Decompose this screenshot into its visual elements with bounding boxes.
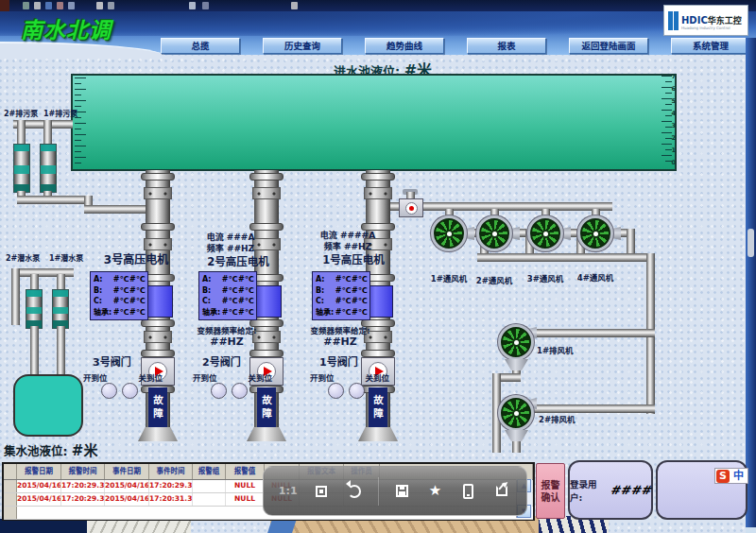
open-label: 开到位	[83, 371, 108, 383]
window-scrollbar-thumb[interactable]	[747, 229, 754, 257]
nav-button-report[interactable]: 报表	[467, 38, 546, 54]
supply-fan-2	[476, 215, 512, 251]
ime-indicator[interactable]: S 中	[714, 468, 748, 484]
pump-label: 2#排污泵	[4, 108, 38, 118]
exhaust-fan-2	[498, 395, 534, 431]
scada-screen: 南水北调 总揽 历史查询 趋势曲线 报表 返回登陆画面 系统管理 HDIC华东工…	[0, 0, 756, 533]
close-lamp-1	[349, 383, 365, 399]
temp-panel-2: A:#℃#℃ B:#℃#℃ C:#℃#℃ 轴承:#℃#℃	[198, 271, 257, 320]
valve-status-labels-3: 开到位关到位	[83, 371, 163, 383]
login-value: ####	[610, 483, 651, 497]
logo-subtext: Huadong Industry Control	[681, 26, 742, 30]
taskbar-icon[interactable]	[108, 2, 114, 9]
taskbar-icon[interactable]	[202, 2, 209, 9]
pipe	[84, 205, 147, 214]
logo-abbr: HDIC	[681, 15, 708, 26]
pipe	[390, 202, 612, 211]
scale-number: 4	[666, 110, 676, 117]
ime-s-icon[interactable]: S	[716, 470, 730, 483]
ime-lang-icon[interactable]: 中	[730, 470, 747, 483]
fault-indicator-1: 故障	[369, 387, 387, 427]
alarm-ack-button[interactable]: 报警确认	[536, 463, 565, 519]
supply-fan-4	[577, 215, 613, 251]
taskbar-icon[interactable]	[96, 2, 103, 9]
fan-label: 2#通风机	[470, 274, 519, 285]
vfd-label-2: 变频器频率给定:	[189, 324, 265, 335]
row-selector-header	[4, 464, 17, 479]
logo-cn: 华东工控	[708, 16, 742, 26]
flange	[141, 319, 175, 327]
pump-name-3: 3号高压电机	[85, 250, 187, 266]
window-corner	[0, 0, 9, 11]
priming-pump-2	[13, 144, 30, 193]
row-selector[interactable]	[4, 480, 17, 492]
flange	[141, 223, 175, 231]
nav-button-trend[interactable]: 趋势曲线	[365, 38, 444, 54]
close-lamp-3	[122, 383, 138, 399]
pipe	[529, 404, 655, 413]
scale-number: 6	[666, 85, 676, 93]
nav-button-system[interactable]: 系统管理	[671, 38, 750, 54]
scale-number: 5	[666, 97, 676, 105]
device-icon[interactable]	[458, 481, 479, 502]
desktop-fragment	[0, 519, 87, 533]
sup ply-fan-3	[527, 215, 563, 251]
pipe	[512, 439, 521, 453]
close-label: 关到位	[365, 371, 389, 383]
vfd-value-2: ##HZ	[189, 335, 265, 348]
valve-status-labels-1: 开到位关到位	[310, 371, 389, 383]
nav-button-overview[interactable]: 总揽	[161, 38, 240, 54]
scale-number: 3	[666, 122, 676, 129]
close-label: 关到位	[138, 371, 163, 383]
temp-panel-3: A:#℃#℃ B:#℃#℃ C:#℃#℃ 轴承:#℃#℃	[90, 271, 148, 320]
col-header: 报警组	[193, 464, 226, 479]
fan-label: 2#排风机	[539, 413, 588, 424]
taskbar-icon[interactable]	[291, 2, 298, 9]
login-label: 登录用户:	[570, 477, 607, 504]
scale-number: 1	[666, 146, 676, 154]
pump-label: 2#潜水泵	[6, 252, 40, 263]
scale-number: 7	[666, 73, 676, 80]
flange	[141, 173, 175, 181]
pipe	[477, 253, 655, 262]
sump-level-text: 集水池液位:	[4, 444, 68, 458]
vfd-label-1: 变频器频率给定:	[302, 324, 378, 335]
open-label: 开到位	[193, 371, 217, 383]
col-header: 报警时间	[61, 464, 105, 479]
scale-number: 0	[666, 159, 676, 166]
taskbar-icon[interactable]	[68, 2, 75, 9]
logo-icon	[668, 11, 679, 30]
favorite-icon[interactable]: ★	[425, 481, 446, 502]
open-lamp-1	[328, 383, 344, 399]
col-header: 报警值	[226, 464, 265, 479]
pipe	[30, 326, 39, 375]
valve-name-3: 3号阀门	[93, 353, 149, 369]
col-header: 事件日期	[105, 464, 149, 479]
fault-indicator-3: 故障	[148, 387, 167, 427]
sump-level-label: 集水池液位: #米	[4, 439, 97, 459]
nav-button-history[interactable]: 历史查询	[263, 38, 342, 54]
vfd-value-1: ##HZ	[302, 335, 378, 348]
taskbar-icon[interactable]	[34, 2, 41, 9]
pipe	[57, 326, 65, 375]
pump-label: 1#排污泵	[43, 108, 77, 118]
one-to-one-icon[interactable]: 1:1	[278, 481, 299, 502]
bolt-ring	[144, 331, 172, 343]
taskbar-icon[interactable]	[189, 2, 196, 9]
temp-panel-1: A:#℃#℃ B:#℃#℃ C:#℃#℃ 轴承:#℃#℃	[312, 271, 370, 320]
rotate-icon[interactable]	[344, 481, 365, 502]
open-lamp-2	[211, 383, 227, 399]
share-icon[interactable]	[491, 481, 512, 502]
scale-number: 2	[666, 134, 676, 142]
taskbar-icon[interactable]	[57, 2, 63, 9]
fit-screen-icon[interactable]	[311, 481, 332, 502]
fault-indicator-2: 故障	[257, 387, 276, 427]
taskbar-icon[interactable]	[23, 2, 29, 9]
save-icon[interactable]	[391, 481, 412, 502]
col-header: 事件时间	[149, 464, 193, 479]
taskbar-icon[interactable]	[45, 2, 52, 9]
nav-button-login[interactable]: 返回登陆画面	[569, 38, 648, 54]
line-valve	[399, 198, 423, 217]
row-selector[interactable]	[4, 493, 17, 506]
bolt-ring	[144, 238, 172, 250]
